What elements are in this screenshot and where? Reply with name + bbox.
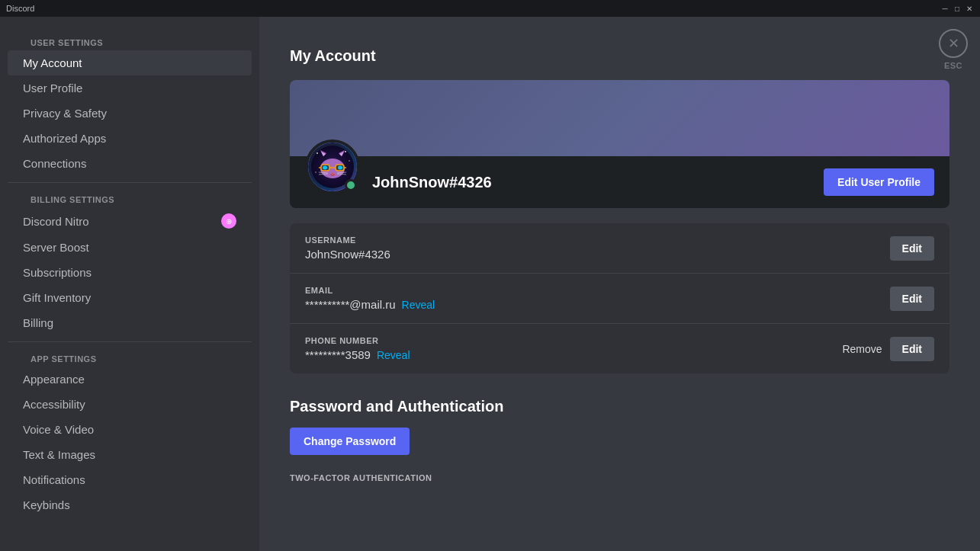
billing-settings-label: BILLING SETTINGS	[15, 189, 259, 207]
account-details: USERNAME JohnSnow#4326 Edit EMAIL ******…	[290, 223, 949, 373]
sidebar-item-voice-video[interactable]: Voice & Video	[8, 417, 252, 442]
titlebar: Discord ─ □ ✕	[0, 0, 980, 17]
app-title: Discord	[6, 4, 34, 13]
phone-reveal-link[interactable]: Reveal	[377, 349, 410, 361]
phone-field: PHONE NUMBER *********3589 Reveal	[305, 336, 410, 361]
edit-profile-button[interactable]: Edit User Profile	[824, 168, 934, 196]
svg-point-3	[349, 160, 350, 162]
phone-edit-button[interactable]: Edit	[890, 337, 934, 361]
change-password-button[interactable]: Change Password	[290, 428, 410, 455]
username-row: USERNAME JohnSnow#4326 Edit	[290, 223, 949, 274]
email-field: EMAIL **********@mail.ru Reveal	[305, 286, 435, 311]
close-button-area[interactable]: ✕ ESC	[939, 29, 968, 70]
svg-point-1	[316, 152, 318, 154]
username-field: USERNAME JohnSnow#4326	[305, 235, 390, 261]
online-status-dot	[345, 179, 357, 191]
sidebar-item-keybinds[interactable]: Keybinds	[8, 492, 252, 517]
email-masked-value: **********@mail.ru	[305, 298, 396, 311]
content-area: ✕ ESC My Account	[259, 17, 980, 551]
sidebar-item-connections[interactable]: Connections	[8, 151, 252, 176]
username-label: USERNAME	[305, 235, 390, 245]
email-reveal-link[interactable]: Reveal	[402, 299, 435, 311]
sidebar-divider-2	[8, 341, 252, 342]
nitro-icon: ⊕	[221, 213, 236, 229]
sidebar-item-authorized-apps[interactable]: Authorized Apps	[8, 126, 252, 151]
sidebar-item-subscriptions[interactable]: Subscriptions	[8, 260, 252, 285]
phone-remove-link[interactable]: Remove	[842, 343, 882, 355]
svg-point-15	[323, 166, 327, 170]
window-controls: ─ □ ✕	[940, 4, 974, 13]
sidebar-item-notifications[interactable]: Notifications	[8, 467, 252, 492]
email-label: EMAIL	[305, 286, 435, 295]
sidebar-divider-1	[8, 182, 252, 183]
maximize-button[interactable]: □	[953, 4, 962, 13]
username-display: JohnSnow#4326	[372, 174, 811, 191]
phone-label: PHONE NUMBER	[305, 336, 410, 345]
phone-row: PHONE NUMBER *********3589 Reveal Remove…	[290, 324, 949, 373]
esc-label: ESC	[944, 61, 962, 70]
minimize-button[interactable]: ─	[940, 4, 949, 13]
phone-actions: Remove Edit	[842, 337, 934, 361]
sidebar-item-billing[interactable]: Billing	[8, 310, 252, 335]
sidebar-item-accessibility[interactable]: Accessibility	[8, 392, 252, 417]
sidebar-item-text-images[interactable]: Text & Images	[8, 442, 252, 467]
phone-masked-value: *********3589	[305, 348, 371, 361]
phone-value-row: *********3589 Reveal	[305, 348, 410, 361]
avatar-wrapper	[305, 139, 360, 194]
sidebar-item-gift-inventory[interactable]: Gift Inventory	[8, 285, 252, 310]
sidebar-item-appearance[interactable]: Appearance	[8, 367, 252, 392]
sidebar: USER SETTINGS My Account User Profile Pr…	[0, 17, 259, 551]
username-edit-button[interactable]: Edit	[890, 236, 934, 261]
svg-point-16	[338, 166, 342, 170]
email-edit-button[interactable]: Edit	[890, 287, 934, 311]
profile-card: JohnSnow#4326 Edit User Profile	[290, 80, 949, 208]
two-factor-label: TWO-FACTOR AUTHENTICATION	[290, 473, 949, 482]
username-actions: Edit	[890, 236, 934, 261]
main-layout: USER SETTINGS My Account User Profile Pr…	[0, 17, 980, 551]
email-actions: Edit	[890, 287, 934, 311]
profile-banner	[290, 80, 949, 156]
user-settings-label: USER SETTINGS	[15, 32, 259, 50]
username-value: JohnSnow#4326	[305, 248, 390, 261]
sidebar-item-discord-nitro[interactable]: Discord Nitro ⊕	[8, 207, 252, 235]
email-row: EMAIL **********@mail.ru Reveal Edit	[290, 274, 949, 324]
close-window-button[interactable]: ✕	[965, 4, 974, 13]
sidebar-item-server-boost[interactable]: Server Boost	[8, 235, 252, 260]
email-value-row: **********@mail.ru Reveal	[305, 298, 435, 311]
close-circle-icon[interactable]: ✕	[939, 29, 968, 58]
sidebar-item-user-profile[interactable]: User Profile	[8, 75, 252, 101]
password-section-title: Password and Authentication	[290, 398, 949, 415]
svg-point-4	[315, 171, 316, 173]
page-title: My Account	[290, 47, 949, 65]
sidebar-item-privacy-safety[interactable]: Privacy & Safety	[8, 101, 252, 126]
sidebar-item-my-account[interactable]: My Account	[8, 50, 252, 75]
profile-info-row: JohnSnow#4326 Edit User Profile	[290, 156, 949, 208]
app-settings-label: APP SETTINGS	[15, 348, 259, 367]
svg-point-2	[345, 151, 346, 152]
